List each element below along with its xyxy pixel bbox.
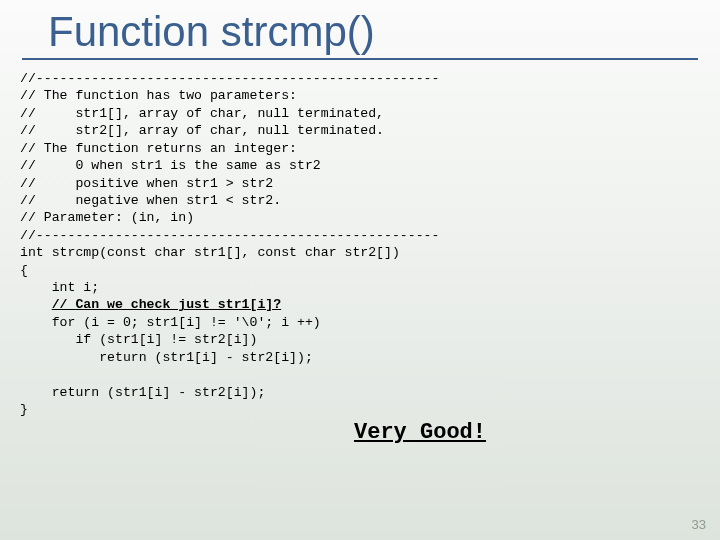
code-block: //--------------------------------------… [20,70,700,418]
code-part-1: //--------------------------------------… [20,71,439,295]
very-good-label: Very Good! [140,420,700,445]
slide-title: Function strcmp() [48,8,700,56]
code-part-2: for (i = 0; str1[i] != '\0'; i ++) if (s… [20,315,321,417]
code-underline-prefix [20,297,52,312]
slide: Function strcmp() //--------------------… [0,0,720,540]
page-number: 33 [692,517,706,532]
title-underline [22,58,698,60]
code-underline-line: // Can we check just str1[i]? [52,297,282,312]
